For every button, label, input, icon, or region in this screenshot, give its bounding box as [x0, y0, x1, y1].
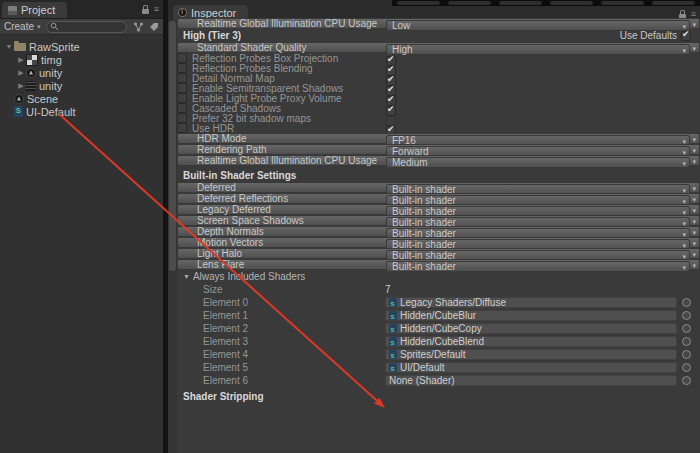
object-picker-icon[interactable] [682, 376, 691, 385]
object-field-element-6[interactable]: None (Shader) [385, 375, 677, 386]
search-by-label-icon[interactable] [149, 22, 159, 32]
row-label: Lens Flare [183, 260, 244, 270]
inspector-rows: Realtime Global Illumination CPU UsageLo… [177, 18, 700, 403]
row-label: Element 1 [177, 310, 248, 321]
panel-menu-icon[interactable]: ≡ [154, 5, 159, 14]
row-label: Element 0 [177, 297, 248, 308]
settings-row: Realtime Global Illumination CPU UsageMe… [177, 155, 700, 166]
shader-icon [389, 350, 397, 359]
row-label: HDR Mode [183, 134, 246, 144]
row-label: Rendering Path [183, 145, 267, 155]
foldout-always-included-shaders[interactable]: ▼Always Included Shaders [177, 270, 700, 283]
settings-row: Reflection Probes Box Projection [177, 53, 187, 63]
use-defaults-label: Use Defaults [620, 30, 677, 41]
chevron-down-icon: ▼ [177, 273, 190, 280]
row-label: Size [177, 284, 222, 295]
settings-row: High (Tier 3)Use Defaults [177, 29, 700, 42]
object-field-element-2[interactable]: Hidden/CubeCopy [385, 323, 677, 334]
object-field-value: Legacy Shaders/Diffuse [400, 298, 506, 308]
tree-item-label: Scene [27, 93, 58, 105]
settings-row: Element 0Legacy Shaders/Diffuse [177, 296, 700, 309]
object-field-value: UI/Default [400, 363, 444, 373]
settings-row: Lens FlareBuilt-in shader [177, 259, 700, 270]
row-label: Screen Space Shadows [183, 216, 304, 226]
project-tab-label: Project [21, 4, 55, 16]
create-button[interactable]: Create ▾ [4, 21, 41, 32]
settings-row: Element 6None (Shader) [177, 374, 700, 387]
settings-row: Element 4Sprites/Default [177, 348, 700, 361]
settings-row: Realtime Global Illumination CPU UsageLo… [177, 18, 700, 29]
object-picker-icon[interactable] [682, 324, 691, 333]
settings-row: Depth NormalsBuilt-in shader [177, 226, 700, 237]
project-tab-icon [8, 6, 17, 15]
foldout-arrow-icon[interactable]: ▶ [16, 69, 26, 77]
texture-icon [26, 54, 38, 66]
settings-row: Element 3Hidden/CubeBlend [177, 335, 700, 348]
search-by-type-icon[interactable] [133, 22, 144, 32]
list-item[interactable]: ▶unity [0, 79, 163, 92]
row-label: Deferred Reflections [183, 194, 288, 204]
object-picker-icon[interactable] [682, 363, 691, 372]
object-field-element-5[interactable]: UI/Default [385, 362, 677, 373]
unity-logo-icon [26, 68, 36, 78]
row-label: Light Halo [183, 249, 242, 259]
settings-row: Element 1Hidden/CubeBlur [177, 309, 700, 322]
inspector-tab-strip: Inspector ≡ [168, 0, 700, 20]
cropped-toolbar-remnant [392, 0, 700, 6]
dropdown-standard-shader-quality[interactable]: High [386, 44, 690, 55]
list-item[interactable]: ▶unity [0, 66, 163, 79]
inspector-scrollbar[interactable] [168, 20, 177, 453]
row-label: Element 5 [177, 362, 248, 373]
object-picker-icon[interactable] [682, 311, 691, 320]
object-picker-icon[interactable] [682, 298, 691, 307]
row-label: Use HDR [178, 123, 234, 134]
object-field-element-0[interactable]: Legacy Shaders/Diffuse [385, 297, 677, 308]
row-label: Element 3 [177, 336, 248, 347]
object-picker-icon[interactable] [682, 337, 691, 346]
foldout-arrow-icon[interactable]: ▼ [4, 43, 14, 50]
list-item[interactable]: ▶timg [0, 53, 163, 66]
shader-icon [389, 363, 397, 372]
search-icon [50, 22, 59, 31]
settings-row: Size7 [177, 283, 700, 296]
tab-project[interactable]: Project [2, 2, 67, 18]
list-item[interactable]: Scene [0, 92, 163, 105]
settings-row: DeferredBuilt-in shader [177, 182, 700, 193]
row-label: Element 4 [177, 349, 248, 360]
row-label: Always Included Shaders [193, 271, 305, 282]
object-picker-icon[interactable] [682, 350, 691, 359]
row-label: Realtime Global Illumination CPU Usage [183, 156, 377, 166]
use-defaults-checkbox[interactable] [681, 31, 691, 41]
settings-row: Enable Light Probe Proxy Volume [177, 93, 187, 103]
inspector-tab-icon [178, 8, 187, 17]
row-label: Built-in Shader Settings [177, 170, 296, 181]
settings-row: Element 5UI/Default [177, 361, 700, 374]
size-field[interactable]: 7 [385, 284, 391, 295]
settings-row: Deferred ReflectionsBuilt-in shader [177, 193, 700, 204]
row-label: Motion Vectors [183, 238, 263, 248]
tree-item-label: RawSprite [29, 41, 80, 53]
lock-icon[interactable] [142, 9, 149, 14]
settings-row: HDR ModeFP16 [177, 133, 700, 144]
scrollbar-thumb[interactable] [169, 21, 176, 271]
object-field-value: None (Shader) [389, 376, 455, 386]
object-field-element-4[interactable]: Sprites/Default [385, 349, 677, 360]
foldout-arrow-icon[interactable]: ▶ [16, 56, 26, 64]
inspector-panel: Inspector ≡ Realtime Global Illumination… [168, 0, 700, 453]
settings-row: Standard Shader QualityHigh [177, 42, 700, 53]
foldout-arrow-icon[interactable]: ▶ [16, 82, 26, 90]
settings-row: Use HDR [177, 123, 187, 133]
row-label: Shader Stripping [177, 391, 264, 402]
shader-icon [389, 298, 397, 307]
list-item[interactable]: ▼RawSprite [0, 40, 163, 53]
tree-item-label: unity [39, 80, 62, 92]
checkbox-cascaded-shadows[interactable] [386, 106, 396, 116]
dropdown-realtime-global-illumination-cpu-usage[interactable]: Medium [386, 157, 690, 168]
shader-icon [14, 106, 23, 117]
search-input[interactable] [46, 21, 127, 33]
model-icon [26, 81, 36, 91]
object-field-element-1[interactable]: Hidden/CubeBlur [385, 310, 677, 321]
list-item[interactable]: UI-Default [0, 105, 163, 118]
object-field-element-3[interactable]: Hidden/CubeBlend [385, 336, 677, 347]
settings-row: Element 2Hidden/CubeCopy [177, 322, 700, 335]
